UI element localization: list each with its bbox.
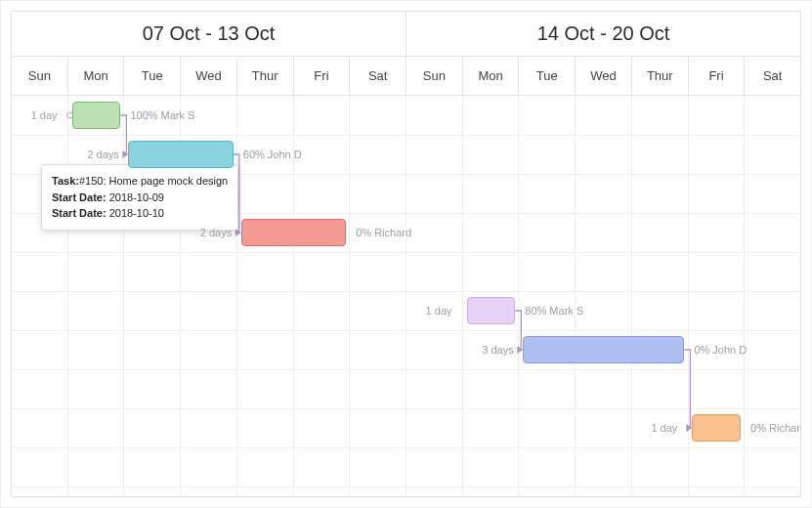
task-duration-label: 1 day — [651, 422, 677, 434]
tooltip-start-value: 2018-10-09 — [109, 191, 164, 203]
gantt-task-bar[interactable] — [241, 219, 346, 246]
tooltip-task-value: #150: Home page mock design — [79, 175, 228, 187]
task-duration-label: 1 day — [426, 305, 452, 317]
tooltip-end-label: Start Date: — [52, 207, 107, 219]
week-title: 07 Oct - 13 Oct — [12, 12, 406, 57]
task-duration-label: 2 days — [87, 148, 118, 160]
gantt-task-bar[interactable] — [128, 141, 233, 168]
day-header-cell: Tue — [123, 57, 180, 96]
week-title: 14 Oct - 20 Oct — [406, 12, 800, 57]
day-header-cell: Mon — [462, 57, 519, 96]
task-right-label: 60% John D — [243, 148, 302, 160]
gantt-task-bar[interactable] — [467, 297, 516, 324]
task-right-label: 0% Richard — [356, 227, 411, 238]
day-header-cell: Sun — [12, 57, 67, 96]
day-header-cell: Fri — [293, 57, 350, 96]
day-header-cell: Sun — [406, 57, 462, 96]
day-header-cell: Wed — [575, 57, 631, 96]
task-right-label: 0% Richard — [750, 422, 801, 434]
day-header-cell: Wed — [180, 57, 236, 96]
day-header-cell: Tue — [518, 57, 575, 96]
task-duration-label: 3 days — [482, 344, 513, 356]
gantt-day-headers: SunMonTueWedThurFriSatSunMonTueWedThurFr… — [12, 57, 800, 96]
gantt-task-bar[interactable] — [72, 102, 121, 129]
task-tooltip: Task:#150: Home page mock design Start D… — [41, 164, 238, 231]
task-right-label: 80% Mark S — [525, 305, 583, 317]
tooltip-end-value: 2018-10-10 — [109, 207, 164, 219]
day-header-cell: Thur — [631, 57, 688, 96]
day-header-cell: Sat — [744, 57, 800, 96]
tooltip-task-label: Task: — [52, 175, 79, 187]
day-header-cell: Sat — [349, 57, 406, 96]
gantt-task-bar[interactable] — [692, 414, 741, 442]
task-duration-label: 2 days — [200, 227, 232, 238]
day-header-cell: Mon — [67, 57, 124, 96]
day-header-cell: Fri — [688, 57, 745, 96]
tooltip-start-label: Start Date: — [52, 191, 107, 203]
day-header-cell: Thur — [236, 57, 293, 96]
task-duration-label: 1 day — [31, 109, 58, 121]
gantt-grid: Task:#150: Home page mock design Start D… — [12, 96, 800, 496]
gantt-task-bar[interactable] — [523, 336, 684, 363]
task-right-label: 0% John D — [694, 344, 747, 356]
gantt-week-headers: 07 Oct - 13 Oct14 Oct - 20 Oct — [12, 12, 800, 57]
task-right-label: 100% Mark S — [130, 109, 194, 121]
